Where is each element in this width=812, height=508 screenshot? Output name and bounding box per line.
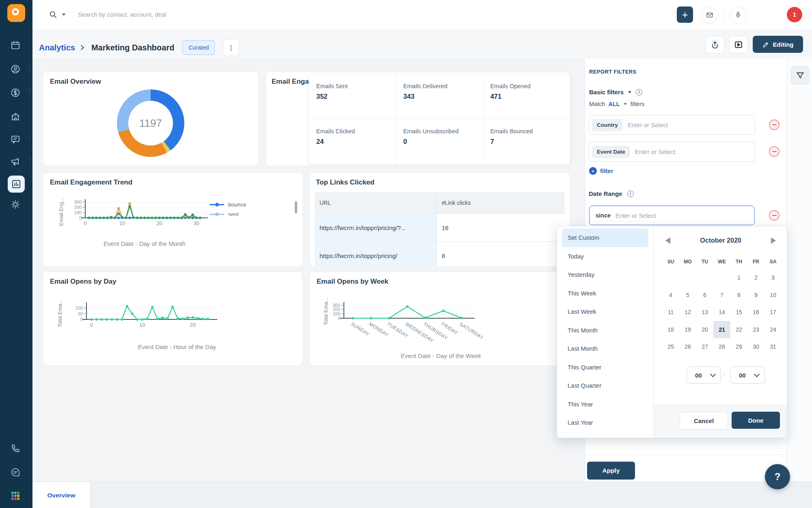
filter-condition-field[interactable]: Event DateEnter or Select [589,142,755,162]
datepicker-preset[interactable]: This Quarter [562,358,648,377]
calendar-day[interactable]: 15 [730,304,747,321]
apps-grid-icon[interactable] [10,491,21,501]
calendar-day[interactable]: 29 [730,338,747,356]
calendar-day[interactable]: 30 [747,338,764,356]
calendar-day[interactable]: 26 [679,338,696,356]
hour-select[interactable]: 00 [687,367,721,384]
help-button[interactable]: ? [765,464,790,489]
basic-filters-dropdown[interactable]: Basic filters i [589,89,642,96]
datepicker-preset[interactable]: Today [562,247,648,266]
datepicker-preset[interactable]: This Week [562,284,648,303]
editing-button[interactable]: Editing [753,36,803,53]
calendar-day[interactable]: 13 [696,304,713,321]
date-range-since-field[interactable]: since Enter or Select [589,206,755,225]
calendar-next-month-button[interactable] [771,237,776,244]
datepicker-preset[interactable]: This Year [562,395,648,414]
calendar-icon[interactable] [10,40,21,51]
analytics-icon[interactable] [11,179,22,189]
conversations-more-icon[interactable]: ⋮ [27,136,32,138]
contacts-more-icon[interactable]: ⋮ [27,66,32,68]
deals-icon[interactable] [10,87,21,98]
phone-icon[interactable] [10,443,21,454]
apply-button[interactable]: Apply [587,462,635,480]
datepicker-preset[interactable]: Last Week [562,302,648,321]
present-button[interactable] [729,36,748,54]
legend-item[interactable]: sent [209,209,283,216]
calendar-day[interactable]: 12 [679,304,696,321]
calendar-day[interactable]: 25 [662,338,679,356]
calendar-day[interactable]: 19 [679,321,696,339]
filter-value-input[interactable]: Enter or Select [635,148,675,155]
calendar-day[interactable]: 11 [662,304,679,321]
filter-value-input[interactable]: Enter or Select [628,122,668,128]
calendar-day[interactable]: 3 [764,269,782,287]
chevron-down-icon[interactable] [624,103,627,105]
campaigns-more-icon[interactable]: ⋮ [27,158,32,161]
calendar-day[interactable]: 20 [696,321,713,339]
cancel-button[interactable]: Cancel [680,412,728,430]
datepicker-preset[interactable]: This Month [562,321,648,340]
quick-add-button[interactable]: + [677,7,693,23]
remove-filter-button[interactable] [769,146,780,157]
notifications-button[interactable]: 1 [787,7,802,22]
campaigns-icon[interactable] [10,156,21,167]
calendar-day[interactable]: 2 [747,269,764,287]
legend-scrollbar[interactable] [295,201,297,213]
calendar-day[interactable]: 1 [730,269,747,287]
filter-condition-field[interactable]: CountryEnter or Select [589,115,755,135]
calendar-day[interactable]: 8 [730,287,747,304]
email-inbox-button[interactable] [701,7,718,24]
datepicker-preset[interactable]: Last Quarter [562,376,648,395]
datepicker-preset[interactable]: Last Month [562,339,648,358]
calendar-day[interactable]: 7 [713,287,730,304]
contacts-icon[interactable] [10,64,21,74]
export-button[interactable] [706,36,724,54]
datepicker-preset[interactable]: Last Year [562,413,648,432]
remove-filter-button[interactable] [769,119,780,130]
match-value-dropdown[interactable]: ALL [609,101,620,107]
filter-rail-button[interactable] [791,66,809,85]
legend-item[interactable]: bounce [209,200,283,209]
minute-select[interactable]: 00 [730,367,765,384]
add-filter-link[interactable]: + filter [589,167,613,175]
calendar-day[interactable]: 23 [747,321,764,339]
settings-icon[interactable] [10,199,21,210]
trend-legend[interactable]: bouncesent [209,200,283,216]
onboarding-button[interactable] [730,7,747,24]
remove-date-range-button[interactable] [769,210,780,221]
info-icon[interactable]: i [636,89,642,96]
calendar-day[interactable]: 17 [764,304,782,321]
calendar-day[interactable]: 6 [696,287,713,304]
calendar-day[interactable]: 5 [679,287,696,304]
datepicker-preset[interactable]: Set Custom [562,228,648,247]
dashboard-more-button[interactable]: ⋮ [223,39,239,56]
datepicker-preset[interactable]: Yesterday [562,265,648,284]
calendar-day[interactable]: 14 [713,304,730,321]
calendar-day[interactable]: 10 [764,287,782,304]
calendar-day[interactable]: 4 [662,287,679,304]
calendar-day[interactable]: 18 [662,321,679,339]
breadcrumb-parent-link[interactable]: Analytics [39,43,75,52]
freshworks-logo[interactable] [7,4,25,22]
chat-icon[interactable] [10,467,21,478]
calendar-day[interactable]: 28 [713,338,730,356]
calendar-day[interactable]: 16 [747,304,764,321]
calendar-day[interactable]: 27 [696,338,713,356]
calendar-day[interactable]: 31 [764,338,782,356]
since-input[interactable]: Enter or Select [615,212,656,219]
done-button[interactable]: Done [732,412,780,429]
calendar-day[interactable]: 21 [713,321,730,339]
calendar-day[interactable]: 24 [764,321,782,339]
calendar-day[interactable]: 9 [747,287,764,304]
info-icon[interactable]: i [627,191,634,197]
accounts-icon[interactable] [10,111,21,122]
search-icon[interactable] [49,10,58,19]
since-operator[interactable]: since [592,212,611,219]
deals-more-icon[interactable]: ⋮ [27,89,32,91]
tab-overview[interactable]: Overview [32,482,91,508]
calendar-day[interactable]: 22 [730,321,747,339]
global-search-input[interactable]: Search by contact, account, deal [78,8,166,22]
search-scope-caret-icon[interactable] [62,14,65,16]
calendar-prev-month-button[interactable] [665,237,670,244]
conversations-icon[interactable] [10,134,21,145]
